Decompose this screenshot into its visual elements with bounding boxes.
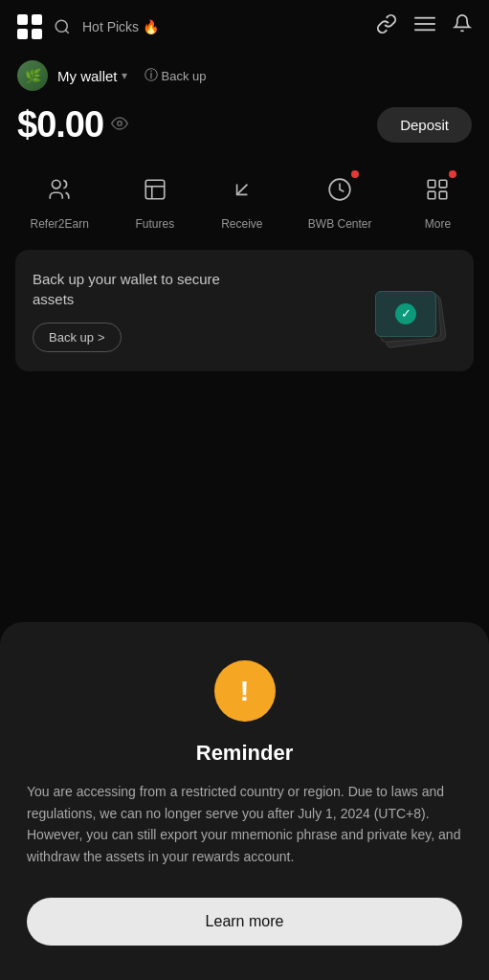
refer2earn-label: Refer2Earn xyxy=(30,217,88,231)
receive-icon-wrap xyxy=(221,168,263,211)
futures-label: Futures xyxy=(136,217,175,231)
refer2earn-icon-wrap xyxy=(38,168,80,211)
link-icon[interactable] xyxy=(376,13,397,39)
svg-rect-14 xyxy=(429,191,436,199)
check-icon: ✓ xyxy=(395,303,416,324)
futures-icon-wrap xyxy=(134,168,176,211)
svg-point-0 xyxy=(56,20,67,32)
grid-icon[interactable] xyxy=(17,14,42,39)
modal-title: Reminder xyxy=(196,741,293,766)
top-nav: Hot Picks 🔥 xyxy=(0,0,489,53)
balance-amount: $0.00 xyxy=(17,104,128,145)
balance-value: $0.00 xyxy=(17,104,103,145)
backup-illustration: ✓ xyxy=(370,273,456,349)
exclamation-icon: ! xyxy=(240,675,250,707)
avatar: 🌿 xyxy=(17,60,48,91)
quick-actions: Refer2Earn Futures Receive xyxy=(0,159,489,250)
action-receive[interactable]: Receive xyxy=(221,168,263,231)
info-icon: ⓘ xyxy=(144,67,158,84)
wallet-header: 🌿 My wallet ▾ ⓘ Back up xyxy=(0,53,489,95)
more-label: More xyxy=(425,217,451,231)
svg-rect-7 xyxy=(145,180,165,199)
bwbcenter-label: BWB Center xyxy=(308,217,372,231)
action-refer2earn[interactable]: Refer2Earn xyxy=(30,168,88,231)
nav-left: Hot Picks 🔥 xyxy=(17,14,159,39)
svg-rect-15 xyxy=(440,191,448,199)
bwbcenter-icon-wrap xyxy=(319,168,361,211)
svg-rect-13 xyxy=(440,180,448,188)
bwbcenter-notification-dot xyxy=(351,170,359,178)
action-futures[interactable]: Futures xyxy=(134,168,176,231)
backup-card-button[interactable]: Back up > xyxy=(33,323,122,352)
svg-line-10 xyxy=(236,185,247,195)
learn-more-button[interactable]: Learn more xyxy=(27,898,462,946)
nav-right xyxy=(376,13,472,39)
backup-card-content: Back up your wallet to secure assets Bac… xyxy=(33,269,370,352)
chevron-down-icon: ▾ xyxy=(122,69,127,82)
action-more[interactable]: More xyxy=(416,168,458,231)
hot-picks-label: Hot Picks 🔥 xyxy=(82,19,159,34)
backup-header-button[interactable]: ⓘ Back up xyxy=(144,67,207,84)
backup-card-title: Back up your wallet to secure assets xyxy=(33,269,243,309)
svg-point-5 xyxy=(118,121,122,125)
deposit-button[interactable]: Deposit xyxy=(377,107,472,143)
reminder-modal: ! Reminder You are accessing from a rest… xyxy=(0,622,489,980)
backup-card: Back up your wallet to secure assets Bac… xyxy=(15,250,474,371)
eye-icon[interactable] xyxy=(111,117,128,134)
svg-line-1 xyxy=(65,30,68,33)
search-icon-wrap[interactable] xyxy=(54,18,71,35)
more-notification-dot xyxy=(449,170,456,178)
modal-warning-icon: ! xyxy=(214,660,276,722)
menu-icon[interactable] xyxy=(414,15,435,37)
balance-row: $0.00 Deposit xyxy=(0,95,489,159)
more-icon-wrap xyxy=(416,168,458,211)
modal-body-text: You are accessing from a restricted coun… xyxy=(27,781,462,867)
receive-label: Receive xyxy=(221,217,262,231)
svg-point-6 xyxy=(53,180,61,189)
bell-icon[interactable] xyxy=(453,13,472,39)
action-bwbcenter[interactable]: BWB Center xyxy=(308,168,372,231)
wallet-name[interactable]: My wallet ▾ xyxy=(57,68,127,84)
svg-rect-12 xyxy=(429,180,436,188)
